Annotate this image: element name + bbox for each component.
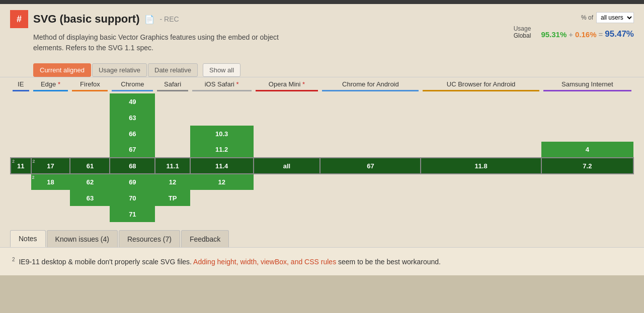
cell-firefox — [70, 93, 110, 110]
cell-ie-current: 211 — [11, 158, 31, 174]
cell-opera-mini — [254, 93, 320, 110]
cell-chrome: 49 — [110, 93, 155, 110]
browser-header-chrome-android: Chrome for Android — [320, 77, 421, 93]
usage-pct-green: 95.31% — [541, 30, 567, 39]
tab-notes[interactable]: Notes — [10, 230, 46, 247]
header-area: # SVG (basic support) 📄 - REC Method of … — [0, 4, 644, 77]
cell-opera-mini — [254, 142, 320, 158]
cell-ie — [11, 206, 31, 222]
filter-current-aligned[interactable]: Current aligned — [33, 63, 91, 77]
top-bar — [0, 0, 644, 4]
cell-uc-browser — [421, 126, 541, 142]
browser-header-ios-safari: iOS Safari * — [190, 77, 254, 93]
table-row: 71 — [11, 206, 633, 222]
cell-chrome: 70 — [110, 190, 155, 206]
cell-ie — [11, 190, 31, 206]
cell-opera-mini — [254, 174, 320, 190]
cell-ios-safari — [190, 190, 254, 206]
cell-samsung-current: 7.2 — [541, 158, 633, 174]
cell-edge-current: 217 — [31, 158, 70, 174]
cell-edge — [31, 142, 70, 158]
cell-chrome-android — [320, 142, 421, 158]
cell-uc-browser — [421, 110, 541, 126]
page-description: Method of displaying basic Vector Graphi… — [33, 32, 305, 53]
cell-firefox: 63 — [70, 190, 110, 206]
cell-opera-mini — [254, 126, 320, 142]
cell-ie — [11, 142, 31, 158]
cell-ios-safari: 11.2 — [190, 142, 254, 158]
hash-icon: # — [10, 10, 28, 28]
cell-chrome-android — [320, 190, 421, 206]
tabs-row: Notes Known issues (4) Resources (7) Fee… — [0, 230, 644, 247]
usage-pct-orange: 0.16% — [575, 30, 597, 39]
note-ref: 2 — [12, 257, 15, 262]
note-link[interactable]: Adding height, width, viewBox, and CSS r… — [193, 258, 336, 266]
cell-ios-safari — [190, 206, 254, 222]
tab-known-issues[interactable]: Known issues (4) — [47, 230, 118, 247]
table-row: 63 — [11, 110, 633, 126]
page-title: SVG (basic support) — [33, 13, 139, 26]
pct-of-label: % of — [581, 14, 593, 21]
cell-uc-browser — [421, 174, 541, 190]
cell-opera-mini-current: all — [254, 158, 320, 174]
cell-safari — [155, 206, 190, 222]
tab-resources[interactable]: Resources (7) — [119, 230, 180, 247]
table-row: 49 — [11, 93, 633, 110]
cell-chrome: 67 — [110, 142, 155, 158]
filter-date-relative[interactable]: Date relative — [148, 63, 198, 77]
usage-scope: Global — [514, 32, 531, 39]
cell-chrome-android — [320, 174, 421, 190]
cell-safari-current: 11.1 — [155, 158, 190, 174]
browser-header-opera-mini: Opera Mini * — [254, 77, 320, 93]
cell-safari — [155, 126, 190, 142]
doc-icon: 📄 — [144, 15, 154, 24]
main-content: IE Edge * Firefox — [0, 77, 644, 275]
cell-safari — [155, 93, 190, 110]
table-row: 66 10.3 — [11, 126, 633, 142]
cell-chrome-current: 68 — [110, 158, 155, 174]
usage-label: Usage — [514, 25, 531, 32]
cell-samsung — [541, 190, 633, 206]
filter-usage-relative[interactable]: Usage relative — [92, 63, 147, 77]
usage-plus: + — [569, 30, 573, 39]
cell-ios-safari-current: 11.4 — [190, 158, 254, 174]
cell-edge — [31, 126, 70, 142]
cell-samsung: 4 — [541, 142, 633, 158]
cell-chrome: 63 — [110, 110, 155, 126]
cell-firefox-current: 61 — [70, 158, 110, 174]
cell-ie — [11, 174, 31, 190]
compat-table: IE Edge * Firefox — [10, 77, 634, 222]
tab-feedback[interactable]: Feedback — [181, 230, 229, 247]
note-text-before: IE9-11 desktop & mobile don't properly s… — [19, 258, 192, 266]
cell-ios-safari — [190, 110, 254, 126]
cell-edge — [31, 93, 70, 110]
cell-chrome-android — [320, 93, 421, 110]
table-row: 218 62 69 12 12 — [11, 174, 633, 190]
browser-header-chrome: Chrome — [110, 77, 155, 93]
usage-total: 95.47% — [605, 29, 634, 39]
user-select[interactable]: all users — [596, 12, 634, 23]
filter-show-all[interactable]: Show all — [203, 63, 240, 77]
cell-firefox — [70, 206, 110, 222]
cell-chrome-android — [320, 110, 421, 126]
cell-chrome-android-current: 67 — [320, 158, 421, 174]
cell-ios-safari — [190, 93, 254, 110]
cell-edge — [31, 110, 70, 126]
cell-samsung — [541, 206, 633, 222]
cell-firefox — [70, 126, 110, 142]
browser-header-safari: Safari — [155, 77, 190, 93]
cell-edge — [31, 206, 70, 222]
cell-firefox — [70, 142, 110, 158]
table-row: 67 11.2 4 — [11, 142, 633, 158]
cell-uc-browser — [421, 142, 541, 158]
cell-edge — [31, 190, 70, 206]
cell-safari: TP — [155, 190, 190, 206]
cell-chrome: 71 — [110, 206, 155, 222]
cell-opera-mini — [254, 110, 320, 126]
cell-chrome-android — [320, 126, 421, 142]
cell-safari: 12 — [155, 174, 190, 190]
cell-ios-safari: 12 — [190, 174, 254, 190]
cell-firefox: 62 — [70, 174, 110, 190]
notes-section: 2 IE9-11 desktop & mobile don't properly… — [0, 247, 644, 275]
cell-uc-browser — [421, 206, 541, 222]
